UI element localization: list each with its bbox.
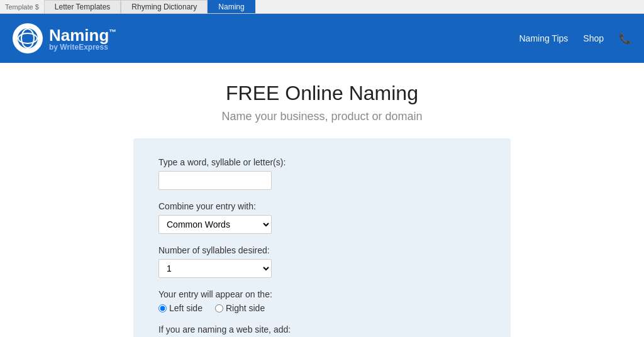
nav-shop[interactable]: Shop: [583, 33, 604, 43]
nav-naming-tips[interactable]: Naming Tips: [519, 33, 568, 43]
tab-rhyming-dictionary[interactable]: Rhyming Dictionary: [121, 0, 208, 13]
word-group: Type a word, syllable or letter(s):: [158, 157, 486, 190]
radio-right[interactable]: [215, 304, 223, 312]
radio-left-text: Left side: [169, 303, 203, 313]
radio-right-text: Right side: [226, 303, 265, 313]
navbar: Naming™ by WriteExpress Naming Tips Shop…: [0, 14, 644, 63]
logo-sub: by WriteExpress: [49, 43, 116, 52]
syllables-group: Number of syllables desired: 1 2 3 4 5: [158, 245, 486, 278]
form-panel: Type a word, syllable or letter(s): Comb…: [133, 138, 511, 337]
radio-right-label[interactable]: Right side: [215, 303, 265, 313]
radio-left[interactable]: [158, 304, 167, 312]
radio-group: Left side Right side: [158, 303, 486, 313]
syllables-label: Number of syllables desired:: [158, 245, 486, 255]
tab-bar: Template $ Letter Templates Rhyming Dict…: [0, 0, 644, 14]
logo-brand-text: Naming™ by WriteExpress: [49, 26, 116, 52]
website-group: If you are naming a web site, add: none …: [158, 324, 486, 337]
phone-icon[interactable]: 📞: [619, 33, 631, 45]
website-label: If you are naming a web site, add:: [158, 324, 486, 334]
combine-group: Combine your entry with: Common Words Pr…: [158, 201, 486, 234]
logo-area: Naming™ by WriteExpress: [13, 23, 116, 53]
nav-links: Naming Tips Shop 📞: [519, 33, 631, 45]
combine-label: Combine your entry with:: [158, 201, 486, 211]
word-input[interactable]: [158, 171, 272, 190]
combine-select[interactable]: Common Words Prefixes Suffixes Both Pref…: [158, 215, 272, 234]
position-group: Your entry will appear on the: Left side…: [158, 289, 486, 313]
page-subtitle: Name your business, product or domain: [13, 110, 631, 123]
page-title: FREE Online Naming: [13, 82, 631, 105]
tab-naming[interactable]: Naming: [208, 0, 255, 13]
radio-left-label[interactable]: Left side: [158, 303, 203, 313]
main-content: FREE Online Naming Name your business, p…: [0, 63, 644, 337]
tab-letter-templates[interactable]: Letter Templates: [44, 0, 121, 13]
tab-title: Template $: [0, 0, 44, 13]
position-label: Your entry will appear on the:: [158, 289, 486, 299]
syllables-select[interactable]: 1 2 3 4 5: [158, 259, 272, 278]
logo-icon: [13, 23, 43, 53]
word-label: Type a word, syllable or letter(s):: [158, 157, 486, 167]
svg-point-0: [18, 28, 38, 48]
